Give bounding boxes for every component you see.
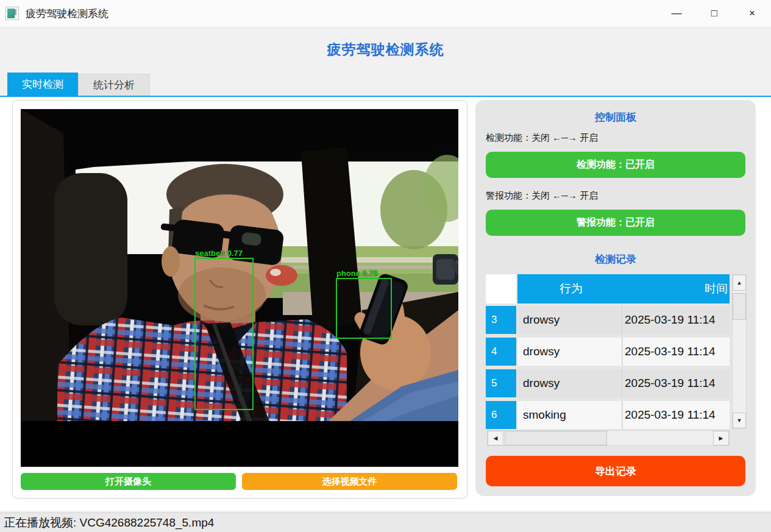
tab-statistics[interactable]: 统计分析 <box>78 74 150 96</box>
scroll-down-icon[interactable]: ▼ <box>733 413 746 428</box>
status-bar: 正在播放视频: VCG42688225748_5.mp4 <box>0 512 771 532</box>
detect-toggle-label: 检测功能：关闭 ←─→ 开启 <box>486 132 598 144</box>
vertical-scrollbar-thumb[interactable] <box>733 293 746 320</box>
scroll-left-icon[interactable]: ◀ <box>488 431 503 445</box>
close-button[interactable]: × <box>733 0 771 27</box>
window-controls: — □ × <box>658 0 771 27</box>
detect-toggle-button[interactable]: 检测功能：已开启 <box>486 152 745 178</box>
table-row[interactable]: 6 smoking 2025-03-19 11:14 <box>486 401 730 429</box>
export-records-button[interactable]: 导出记录 <box>486 456 745 486</box>
column-header-behavior[interactable]: 行为 <box>517 281 625 297</box>
open-camera-button[interactable]: 打开摄像头 <box>21 473 236 490</box>
horizontal-scrollbar[interactable]: ◀ ▶ <box>487 430 730 446</box>
video-card: seatbelt 0.77 phone 0.75 打开摄像头 选择视频文件 <box>12 100 467 498</box>
row-time: 2025-03-19 11:14 <box>623 369 730 397</box>
tab-realtime-detection[interactable]: 实时检测 <box>7 73 78 96</box>
detection-label-phone: phone 0.75 <box>336 269 378 278</box>
titlebar: 疲劳驾驶检测系统 — □ × <box>0 0 771 27</box>
minimize-button[interactable]: — <box>658 0 695 27</box>
row-number: 6 <box>486 401 516 429</box>
alarm-toggle-label: 警报功能：关闭 ←─→ 开启 <box>486 190 598 202</box>
video-display: seatbelt 0.77 phone 0.75 <box>21 109 458 467</box>
table-corner-cell <box>486 274 516 303</box>
vertical-scrollbar[interactable]: ▲ ▼ <box>732 274 747 429</box>
row-number: 3 <box>486 306 516 334</box>
table-row[interactable]: 5 drowsy 2025-03-19 11:14 <box>486 369 730 397</box>
page-title: 疲劳驾驶检测系统 <box>0 40 771 59</box>
row-behavior: drowsy <box>517 306 622 334</box>
detection-label-seatbelt: seatbelt 0.77 <box>195 249 243 258</box>
row-behavior: drowsy <box>517 338 622 366</box>
app-icon <box>5 7 19 20</box>
status-text: 正在播放视频: VCG42688225748_5.mp4 <box>4 515 214 531</box>
row-number: 5 <box>486 369 516 397</box>
row-time: 2025-03-19 11:14 <box>623 306 730 334</box>
row-number: 4 <box>486 338 516 366</box>
window-title: 疲劳驾驶检测系统 <box>26 7 108 21</box>
video-button-row: 打开摄像头 选择视频文件 <box>21 473 457 490</box>
detection-box-seatbelt: seatbelt 0.77 <box>194 258 254 410</box>
row-time: 2025-03-19 11:14 <box>623 401 730 429</box>
maximize-button[interactable]: □ <box>695 0 733 27</box>
records-title: 检测记录 <box>475 252 756 266</box>
horizontal-scrollbar-thumb[interactable] <box>505 431 607 445</box>
scroll-right-icon[interactable]: ▶ <box>713 431 729 445</box>
table-header-row: 行为 时间 <box>517 274 730 303</box>
records-table: 行为 时间 3 drowsy 2025-03-19 11:14 4 drowsy… <box>486 274 747 447</box>
row-behavior: smoking <box>517 401 622 429</box>
row-time: 2025-03-19 11:14 <box>623 338 730 366</box>
alarm-toggle-button[interactable]: 警报功能：已开启 <box>486 210 745 236</box>
detection-box-phone: phone 0.75 <box>336 278 392 339</box>
column-header-time[interactable]: 时间 <box>625 281 730 297</box>
control-panel-title: 控制面板 <box>475 110 756 124</box>
table-row[interactable]: 3 drowsy 2025-03-19 11:14 <box>486 306 730 334</box>
row-behavior: drowsy <box>517 369 622 397</box>
tab-bar: 实时检测 统计分析 <box>7 73 150 96</box>
scroll-up-icon[interactable]: ▲ <box>733 275 746 291</box>
control-side-panel: 控制面板 检测功能：关闭 ←─→ 开启 检测功能：已开启 警报功能：关闭 ←─→… <box>475 100 756 496</box>
table-row[interactable]: 4 drowsy 2025-03-19 11:14 <box>486 338 730 366</box>
app-window: 疲劳驾驶检测系统 — □ × 疲劳驾驶检测系统 实时检测 统计分析 <box>0 0 771 532</box>
select-video-file-button[interactable]: 选择视频文件 <box>242 473 457 490</box>
